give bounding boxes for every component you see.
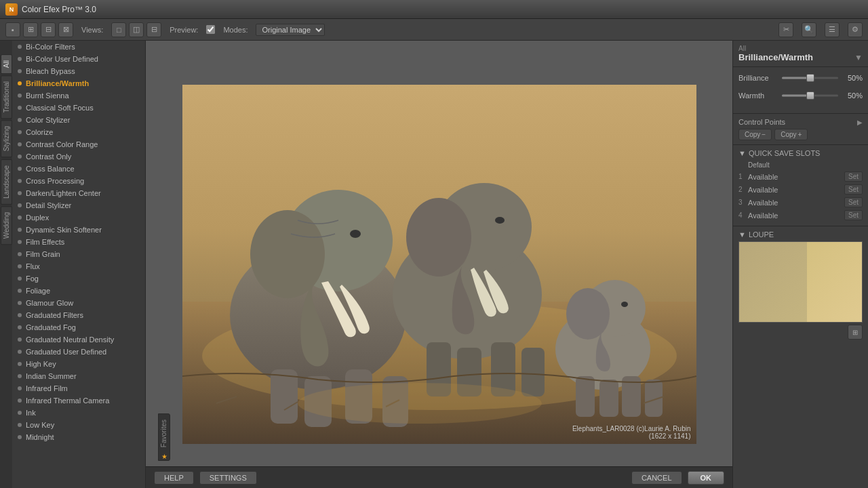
right-panel-header: All Brilliance/Warmth ▼ [733,41,868,67]
crop-tool[interactable]: ✂ [778,22,793,37]
filter-label: Contrast Color Range [26,140,98,148]
view-style-2[interactable]: ◫ [129,22,144,37]
filter-item[interactable]: Graduated User Defined [12,346,145,358]
brilliance-slider[interactable] [782,73,838,83]
filter-item[interactable]: Graduated Filters [12,309,145,321]
loupe-collapse-icon[interactable]: ▼ [738,230,746,239]
qs-2-set-btn[interactable]: Set [844,184,863,195]
filter-dot [18,155,22,159]
filter-item[interactable]: Cross Processing [12,175,145,187]
filter-dot [18,338,22,342]
view-style-3[interactable]: ⊟ [146,22,161,37]
loupe-zoom-icon[interactable]: ⊞ [848,325,863,340]
toolbar-view-buttons: ▪ ⊞ ⊟ ⊠ [5,22,73,37]
filter-item[interactable]: Midnight [12,431,145,443]
filter-item[interactable]: Graduated Neutral Density [12,333,145,346]
qs-4-set-btn[interactable]: Set [844,210,863,220]
qs-3-set-btn[interactable]: Set [844,197,863,207]
hand-tool[interactable]: ☰ [825,22,840,37]
filter-list[interactable]: Bi-Color Filters Bi-Color User Defined B… [12,41,145,488]
warmth-thumb[interactable] [806,92,814,100]
filter-item[interactable]: Bi-Color Filters [12,41,145,53]
preview-checkbox[interactable] [206,25,215,34]
app-title: Color Efex Pro™ 3.0 [22,5,96,14]
collapse-arrow-icon[interactable]: ▼ [738,149,746,157]
ok-button[interactable]: OK [688,471,725,485]
filter-dot [18,386,22,390]
filter-dot [18,57,22,61]
warmth-slider-row: Warmth 50% [738,90,863,101]
modes-select[interactable]: Original Image [256,24,325,36]
settings-button[interactable]: SETTINGS [199,471,257,485]
filter-item[interactable]: Burnt Sienna [12,89,145,102]
filter-item[interactable]: Graduated Fog [12,321,145,333]
cp-copy-btn[interactable]: Copy − [738,129,772,140]
filter-label: Midnight [26,433,54,441]
favorites-tab[interactable]: Favorites ★ [158,413,170,461]
vtab-stylizing[interactable]: Stylizing [1,120,12,157]
vtab-landscape[interactable]: Landscape [1,159,12,205]
main-area: All Traditional Stylizing Landscape Wedd… [0,41,868,488]
filter-item[interactable]: Bleach Bypass [12,65,145,77]
filter-item[interactable]: Classical Soft Focus [12,102,145,114]
control-points-arrow-icon[interactable]: ▶ [857,119,863,126]
filter-item[interactable]: Colorize [12,126,145,138]
zoom-tool[interactable]: 🔍 [802,22,816,37]
filter-item[interactable]: Contrast Only [12,150,145,163]
filter-item[interactable]: Infrared Film [12,382,145,394]
dual-view-btn[interactable]: ⊟ [41,22,56,37]
filter-label: Classical Soft Focus [26,104,94,112]
brilliance-label: Brilliance [738,74,779,82]
dropdown-arrow-icon[interactable]: ▼ [854,53,863,62]
filter-item[interactable]: Ink [12,407,145,419]
svg-point-22 [621,302,628,307]
image-filename: Elephants_LAR0028 (c)Laurie A. Rubin [572,425,691,432]
vtab-wedding[interactable]: Wedding [1,206,12,245]
filter-dot [18,264,22,268]
svg-point-14 [495,217,505,224]
filter-item[interactable]: Film Effects [12,236,145,248]
filter-item[interactable]: Foliage [12,285,145,297]
filter-item[interactable]: Dynamic Skin Softener [12,224,145,236]
filter-item[interactable]: Infrared Thermal Camera [12,394,145,407]
filter-dot [18,45,22,49]
brilliance-thumb[interactable] [806,74,814,82]
single-view-btn[interactable]: ▪ [5,22,20,37]
cp-add-btn[interactable]: Copy + [774,129,808,140]
view-style-buttons: □ ◫ ⊟ [111,22,161,37]
warmth-slider[interactable] [782,90,838,101]
filter-item[interactable]: Darken/Lighten Center [12,187,145,199]
filter-item[interactable]: Bi-Color User Defined [12,53,145,65]
filter-dot [18,325,22,329]
filter-item[interactable]: Low Key [12,419,145,431]
filter-item[interactable]: Film Grain [12,248,145,260]
filter-label: Bi-Color User Defined [26,55,98,63]
filter-item[interactable]: Flux [12,260,145,272]
filter-breadcrumb: All [738,45,863,52]
filter-dot [18,142,22,146]
vtab-traditional[interactable]: Traditional [1,75,12,119]
loupe-label: LOUPE [749,230,774,239]
filter-item[interactable]: Detail Stylizer [12,199,145,211]
split-view-btn[interactable]: ⊞ [23,22,38,37]
filter-item[interactable]: Glamour Glow [12,297,145,309]
qs-1-set-btn[interactable]: Set [844,171,863,182]
settings-tool[interactable]: ⚙ [848,22,863,37]
filter-item[interactable]: Contrast Color Range [12,138,145,150]
quad-view-btn[interactable]: ⊠ [58,22,73,37]
filter-label: High Key [26,360,56,368]
filter-item[interactable]: Cross Balance [12,163,145,175]
vtab-all[interactable]: All [1,54,12,74]
cancel-button[interactable]: CANCEL [631,471,682,485]
filter-item[interactable]: Fog [12,272,145,285]
svg-point-13 [406,198,471,277]
filter-dot-active [18,81,22,85]
qs-4-name: Available [748,211,844,220]
help-button[interactable]: HELP [154,471,194,485]
filter-item[interactable]: Duplex [12,211,145,224]
filter-item-active[interactable]: Brilliance/Warmth [12,77,145,89]
filter-item[interactable]: Color Stylizer [12,114,145,126]
view-style-1[interactable]: □ [111,22,126,37]
filter-item[interactable]: High Key [12,358,145,370]
filter-item[interactable]: Indian Summer [12,370,145,382]
